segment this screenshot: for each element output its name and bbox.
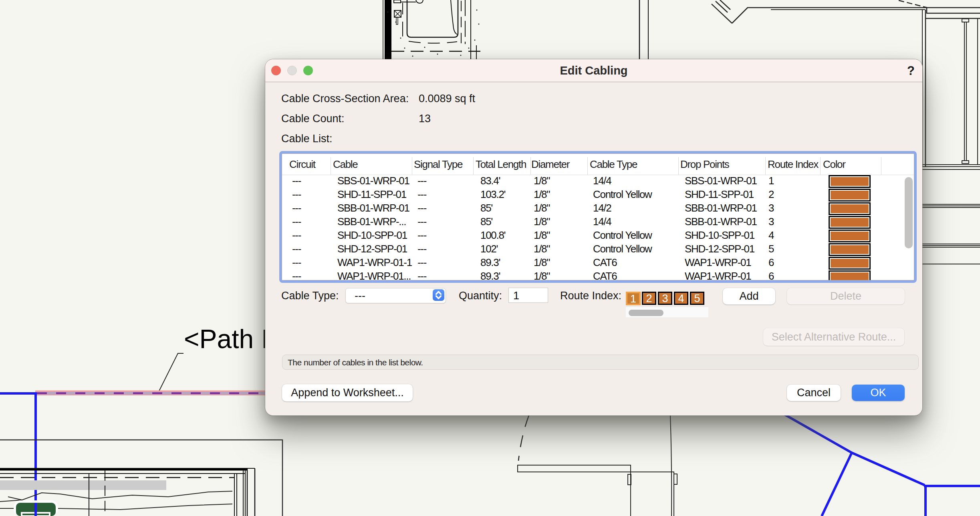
svg-text:<Path I: <Path I	[184, 324, 268, 354]
